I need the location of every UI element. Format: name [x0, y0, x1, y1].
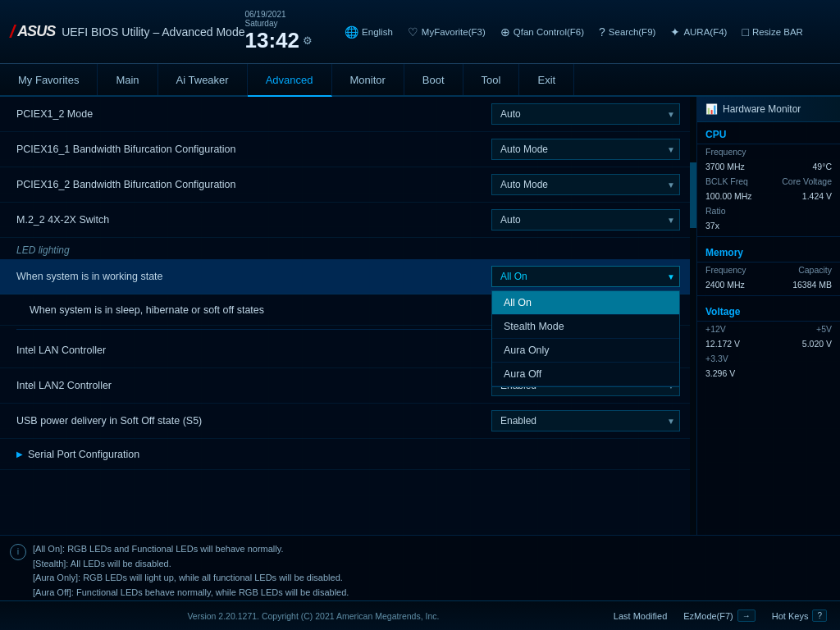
dropdown-option-allon[interactable]: All On	[492, 291, 679, 315]
favorite-icon: ♡	[408, 25, 418, 39]
footer-lastmodified[interactable]: Last Modified	[614, 611, 667, 621]
bios-title: UEFI BIOS Utility – Advanced Mode	[62, 25, 244, 39]
asus-logo: /ASUS	[10, 21, 55, 43]
fan-icon: ⊕	[500, 25, 510, 39]
nav-main[interactable]: Main	[98, 64, 158, 95]
hw-volt-33-label-row: +3.3V	[697, 351, 840, 366]
content-pane: PCIEX1_2 Mode Auto ▼ PCIEX16_1 Bandwidth…	[0, 97, 696, 535]
dropdown-option-auraoff[interactable]: Aura Off	[492, 363, 679, 386]
pciex1-2-dropdown[interactable]: Auto	[491, 103, 680, 125]
settings-icon[interactable]: ⚙	[303, 34, 313, 47]
scrollbar[interactable]	[690, 97, 696, 535]
aura-icon: ✦	[670, 25, 680, 39]
footer-version: Version 2.20.1271. Copyright (C) 2021 Am…	[13, 611, 614, 621]
footer-right: Last Modified EzMode(F7) → Hot Keys ?	[614, 609, 827, 622]
info-line-2: [Stealth]: All LEDs will be disabled.	[33, 557, 824, 572]
row-serial-port[interactable]: ▶ Serial Port Configuration	[0, 439, 696, 470]
hw-divider-1	[697, 236, 840, 237]
hw-volt-12-row: +12V +5V	[697, 322, 840, 336]
nav-aitweaker[interactable]: Ai Tweaker	[158, 64, 248, 95]
led-section-label: LED lighting	[16, 244, 70, 256]
row-pciex1-2: PCIEX1_2 Mode Auto ▼	[0, 97, 696, 132]
info-line-4: [Aura Off]: Functional LEDs behave norma…	[33, 586, 824, 600]
toolbar-search-label: Search(F9)	[609, 27, 656, 37]
pciex1-2-label: PCIEX1_2 Mode	[16, 108, 93, 120]
toolbar-myfavorite[interactable]: ♡ MyFavorite(F3)	[408, 25, 486, 39]
pciex16-1-label: PCIEX16_1 Bandwidth Bifurcation Configur…	[16, 144, 236, 155]
nav-main-label: Main	[116, 74, 139, 86]
nav-monitor[interactable]: Monitor	[332, 64, 404, 95]
toolbar-search[interactable]: ? Search(F9)	[599, 25, 655, 39]
datetime-area: 06/19/2021 Saturday 13:42 ⚙	[244, 10, 313, 53]
nav-exit[interactable]: Exit	[519, 64, 574, 95]
nav-tool-label: Tool	[482, 74, 501, 86]
hw-33v-label: +3.3V	[705, 354, 728, 363]
nav-tool[interactable]: Tool	[463, 64, 520, 95]
nav-boot[interactable]: Boot	[404, 64, 463, 95]
toolbar-resizebar[interactable]: □ Resize BAR	[742, 25, 802, 39]
hw-memory-label: Memory	[697, 240, 840, 262]
nav-advanced[interactable]: Advanced	[248, 64, 332, 97]
row-usb-power: USB power delivery in Soft Off state (S5…	[0, 404, 696, 439]
toolbar-aura-label: AURA(F4)	[683, 27, 727, 37]
dropdown-option-auraonly[interactable]: Aura Only	[492, 339, 679, 363]
row-pciex16-1: PCIEX16_1 Bandwidth Bifurcation Configur…	[0, 132, 696, 167]
hw-ratio-value-row: 37x	[697, 218, 840, 233]
hw-cpu-bclk-value-row: 100.00 MHz 1.424 V	[697, 189, 840, 203]
monitor-icon: 📊	[705, 103, 718, 115]
lan2-label: Intel LAN2 Controller	[16, 380, 112, 391]
resizebar-icon: □	[742, 25, 748, 39]
hw-cpu-temp-value: 49°C	[813, 162, 832, 171]
toolbar-qfan[interactable]: ⊕ Qfan Control(F6)	[500, 25, 584, 39]
expand-arrow-icon: ▶	[16, 450, 23, 459]
led-working-value[interactable]: All On	[491, 266, 680, 287]
scrollbar-thumb[interactable]	[690, 162, 696, 228]
hw-ratio-value: 37x	[705, 221, 719, 231]
toolbar-resizebar-label: Resize BAR	[752, 27, 803, 37]
time-display: 13:42	[244, 28, 299, 53]
hw-cpu-label: CPU	[697, 122, 840, 144]
led-working-dropdown-wrapper: All On ▼	[491, 266, 680, 287]
usb-power-dropdown[interactable]: Enabled Disabled	[491, 410, 680, 431]
hw-volt-33-value-row: 3.296 V	[697, 366, 840, 381]
led-section-header: LED lighting	[0, 238, 696, 259]
hw-monitor-title: 📊 Hardware Monitor	[697, 97, 840, 122]
nav-myfavorites[interactable]: My Favorites	[0, 64, 98, 95]
nav-boot-label: Boot	[422, 74, 445, 86]
toolbar-aura[interactable]: ✦ AURA(F4)	[670, 25, 727, 39]
logo-area: /ASUS UEFI BIOS Utility – Advanced Mode	[10, 21, 244, 43]
hw-mem-values-row: 2400 MHz 16384 MB	[697, 277, 840, 292]
header: /ASUS UEFI BIOS Utility – Advanced Mode …	[0, 0, 840, 64]
nav-exit-label: Exit	[537, 74, 555, 86]
hotkeys-label: Hot Keys	[772, 611, 809, 621]
m2-switch-dropdown-wrapper: Auto ▼	[491, 209, 680, 231]
pciex16-2-dropdown-wrapper: Auto Mode ▼	[491, 174, 680, 195]
lan1-label: Intel LAN Controller	[16, 345, 106, 356]
footer: Version 2.20.1271. Copyright (C) 2021 Am…	[0, 600, 840, 630]
m2-switch-label: M.2_2 4X-2X Switch	[16, 214, 109, 226]
hw-bclk-value: 100.00 MHz	[705, 191, 752, 201]
toolbar-english[interactable]: 🌐 English	[345, 25, 393, 39]
hw-cpu-freq-label: Frequency	[705, 147, 746, 157]
hw-5v-value: 5.020 V	[802, 339, 832, 349]
m2-switch-dropdown[interactable]: Auto	[491, 209, 680, 231]
nav-aitweaker-label: Ai Tweaker	[176, 74, 229, 86]
globe-icon: 🌐	[345, 25, 358, 39]
dropdown-option-stealth[interactable]: Stealth Mode	[492, 315, 679, 339]
pciex16-1-dropdown[interactable]: Auto Mode	[491, 139, 680, 160]
hw-mem-freq-label: Frequency	[705, 265, 746, 275]
serial-port-label: Serial Port Configuration	[28, 449, 139, 460]
usb-power-label: USB power delivery in Soft Off state (S5…	[16, 415, 202, 427]
footer-ezmode[interactable]: EzMode(F7) →	[683, 609, 756, 622]
hw-ratio-label: Ratio	[705, 206, 726, 216]
footer-hotkeys[interactable]: Hot Keys ?	[772, 609, 827, 622]
ezmode-key: →	[737, 609, 756, 622]
nav-menu: My Favorites Main Ai Tweaker Advanced Mo…	[0, 64, 840, 97]
hw-mem-cap-value: 16384 MB	[792, 280, 832, 290]
hw-voltage-label: Voltage	[697, 299, 840, 322]
hw-mem-cap-label: Capacity	[798, 265, 832, 275]
row-pciex16-2: PCIEX16_2 Bandwidth Bifurcation Configur…	[0, 167, 696, 203]
pciex16-2-dropdown[interactable]: Auto Mode	[491, 174, 680, 195]
hw-12v-label: +12V	[705, 324, 726, 334]
info-bar: i [All On]: RGB LEDs and Functional LEDs…	[0, 535, 840, 600]
